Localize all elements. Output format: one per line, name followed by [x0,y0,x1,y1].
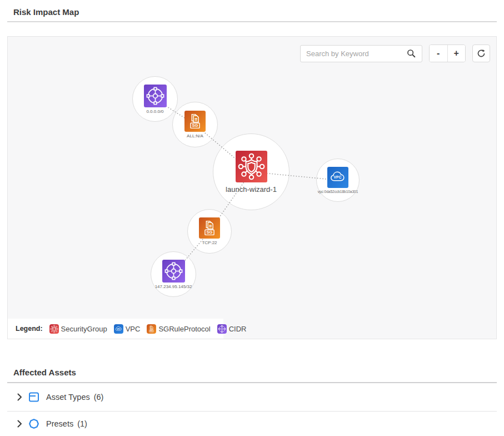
graph-node-tcp-22[interactable]: TCP:22 [187,209,232,254]
graph-node-cidr-147[interactable]: 147.234.95.145/32 [151,251,196,297]
zoom-out-button[interactable]: - [430,45,447,62]
legend-title: Legend: [16,325,43,333]
vpc-icon [327,167,348,188]
asset-types-icon [28,392,39,403]
affected-assets-section: Affected Assets Asset Types (6) Presets … [7,368,497,436]
vpc-icon [114,324,123,334]
sg-rule-icon [199,217,220,239]
refresh-icon [476,48,486,58]
legend-item-cidr: CIDR [217,324,247,334]
node-label: TCP:22 [202,240,217,245]
chevron-right-icon[interactable] [17,393,22,401]
refresh-button[interactable] [472,44,490,62]
sg-rule-icon [147,324,156,334]
node-label: 0.0.0.0/0 [146,109,163,114]
legend-item-label: VPC [126,325,141,333]
asset-row-count: (1) [77,419,87,428]
security-group-icon [49,324,59,334]
map-toolbar: - + [300,44,490,62]
legend-item-label: SGRuleProtocol [158,325,210,333]
legend-item-sgruleprotocol: SGRuleProtocol [147,324,210,334]
sg-rule-icon [184,111,206,132]
node-label: launch-wizard-1 [226,185,277,194]
asset-row-label: Presets [46,419,73,428]
legend-bar: Legend: SecurityGroup VPC SGRuleProtocol… [8,319,223,339]
graph-node-launch-wizard-1[interactable]: launch-wizard-1 [213,133,290,210]
legend-item-label: SecurityGroup [61,325,107,333]
node-label: vpc:0da52ccb18b10a301 [318,190,358,194]
zoom-control: - + [429,44,466,62]
asset-row-label: Asset Types [46,393,90,402]
asset-types-row[interactable]: Asset Types (6) [7,383,497,412]
graph-node-all-na[interactable]: ALL:N/A [172,102,218,147]
cidr-icon [144,85,167,107]
title-divider [7,21,497,22]
search-icon[interactable] [406,48,416,58]
search-box[interactable] [300,45,422,62]
search-input[interactable] [306,49,406,58]
graph-node-vpc[interactable]: vpc:0da52ccb18b10a301 [316,158,360,202]
asset-row-count: (6) [94,393,104,402]
cidr-icon [162,260,185,283]
security-group-icon [236,151,267,182]
legend-item-securitygroup: SecurityGroup [49,324,107,334]
node-label: 147.234.95.145/32 [155,284,192,289]
chevron-right-icon[interactable] [17,420,22,428]
cidr-icon [217,324,227,334]
legend-item-label: CIDR [229,325,247,333]
affected-assets-title: Affected Assets [13,368,497,377]
zoom-in-button[interactable]: + [447,45,466,62]
presets-icon [28,418,39,429]
presets-row[interactable]: Presets (1) [7,412,497,436]
risk-impact-map-panel: - + 0.0.0.0/0 ALL:N/A launch-wizard-1 [7,36,497,339]
graph-node-cidr-0000[interactable]: 0.0.0.0/0 [132,76,178,122]
node-label: ALL:N/A [187,133,203,138]
legend-item-vpc: VPC [114,324,141,334]
page-title: Risk Impact Map [13,7,504,17]
